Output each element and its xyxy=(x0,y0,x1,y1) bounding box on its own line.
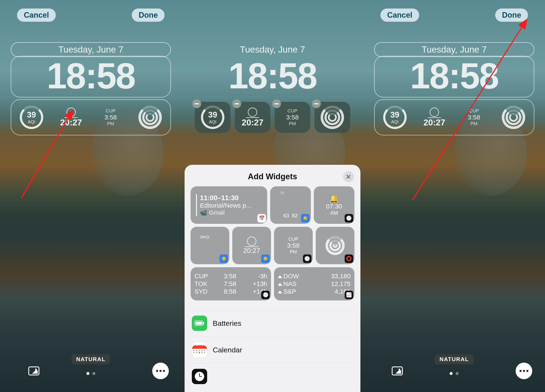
annotation-arrow xyxy=(19,106,77,201)
app-row-clock[interactable] xyxy=(191,363,354,390)
svg-rect-3 xyxy=(203,322,204,324)
app-label: Batteries xyxy=(213,319,241,328)
panel-1-lockscreen-edit: Cancel Done Tuesday, June 7 18:58 39AQI … xyxy=(0,0,182,392)
sheet-title: Add Widgets xyxy=(191,172,354,181)
fitness-app-icon: ⭕ xyxy=(345,255,353,263)
page-indicator xyxy=(87,372,95,375)
sunset-widget-editing[interactable]: 20:27 xyxy=(235,102,270,133)
cup-clock-widget-option[interactable]: CUP 3:58 PM 🕒 xyxy=(274,227,313,264)
clock-app-icon: 🕒 xyxy=(261,291,270,299)
more-options-button[interactable] xyxy=(152,363,169,379)
aqi-widget[interactable]: 39AQI xyxy=(377,102,413,132)
batteries-app-icon xyxy=(192,316,207,331)
svg-line-7 xyxy=(412,20,526,200)
photo-filter-chip[interactable]: NATURAL xyxy=(435,354,473,364)
ellipsis-icon xyxy=(520,370,528,372)
worldclock-cup-widget[interactable]: CUP 3:58 PM xyxy=(93,102,128,132)
sunset-icon xyxy=(247,236,256,246)
sunset-widget-option[interactable]: 20:27 ☀️ xyxy=(232,227,271,264)
stocks-app-icon: 📈 xyxy=(345,291,353,299)
calendar-app-icon: 📅 xyxy=(257,214,266,223)
alarm-widget-option[interactable]: 🔔 07:30 AM 🕒 xyxy=(314,186,354,224)
weather-app-icon: ☀️ xyxy=(301,214,310,223)
photo-filter-chip[interactable]: NATURAL xyxy=(72,354,110,364)
clock-app-icon: 🕒 xyxy=(345,214,353,223)
remove-widget-button[interactable] xyxy=(272,99,281,108)
panel-2-add-widgets: Tuesday, June 7 18:58 39AQI 20:27 CUP 3:… xyxy=(182,0,363,392)
top-button-row: Cancel Done xyxy=(0,8,182,22)
time-display: 18:58 xyxy=(192,56,353,98)
remove-widget-button[interactable] xyxy=(232,99,241,108)
weather-widget-option[interactable]: 77 63 82 ☀️ xyxy=(270,186,311,224)
worldclock-widget-option[interactable]: CUP3:58-3h TOK7:58+13h SYD8:58+14h 🕒 xyxy=(191,267,271,300)
svg-line-0 xyxy=(21,111,72,198)
cup-widget-editing[interactable]: CUP 3:58 PM xyxy=(275,102,310,133)
activity-widget-option[interactable]: ⭕ xyxy=(316,227,354,264)
weather-app-icon: ☀️ xyxy=(219,255,228,263)
weather-app-icon: ☀️ xyxy=(261,255,270,263)
widgets-editing-row: 39AQI 20:27 CUP 3:58 PM xyxy=(192,99,353,135)
panel-3-lockscreen-done: Cancel Done Tuesday, June 7 18:58 39AQI … xyxy=(363,0,545,392)
clock-app-icon xyxy=(192,369,207,384)
photo-library-button[interactable] xyxy=(25,363,42,379)
app-row-batteries[interactable]: Batteries xyxy=(191,310,354,336)
activity-widget-editing[interactable] xyxy=(315,102,350,133)
aqi-widget-editing[interactable]: 39AQI xyxy=(195,102,230,133)
app-row-calendar[interactable]: Calendar xyxy=(191,336,354,363)
stocks-widget-option[interactable]: DOW33,180 NAS12,175 S&P4,161 📈 xyxy=(274,267,354,300)
date-widget-slot[interactable]: Tuesday, June 7 xyxy=(11,42,171,57)
remove-widget-button[interactable] xyxy=(312,99,321,108)
done-button[interactable]: Done xyxy=(132,8,165,22)
page-indicator xyxy=(450,372,458,375)
add-widgets-sheet: ✕ Add Widgets 11:00–11:30 Editorial/News… xyxy=(185,165,360,392)
sunset-icon xyxy=(248,107,257,117)
cancel-button[interactable]: Cancel xyxy=(17,8,56,22)
photo-library-button[interactable] xyxy=(389,363,406,379)
date-display: Tuesday, June 7 xyxy=(192,42,353,57)
annotation-arrow xyxy=(410,18,529,204)
svg-rect-2 xyxy=(196,322,202,325)
aqi-widget-option[interactable]: 39AQI ☀️ xyxy=(191,227,229,264)
app-label: Calendar xyxy=(213,346,242,354)
photo-icon xyxy=(28,367,39,375)
more-options-button[interactable] xyxy=(516,363,532,379)
calendar-event-widget-option[interactable]: 11:00–11:30 Editorial/News p... 📹 Gmail … xyxy=(191,186,267,224)
ellipsis-icon xyxy=(156,370,165,372)
clock-app-icon: 🕒 xyxy=(303,255,311,263)
activity-widget[interactable] xyxy=(132,102,168,132)
time-widget-slot[interactable]: 18:58 xyxy=(11,56,171,98)
remove-widget-button[interactable] xyxy=(192,99,201,108)
close-sheet-button[interactable]: ✕ xyxy=(343,171,354,182)
photo-icon xyxy=(392,367,403,375)
calendar-app-icon xyxy=(192,342,207,357)
